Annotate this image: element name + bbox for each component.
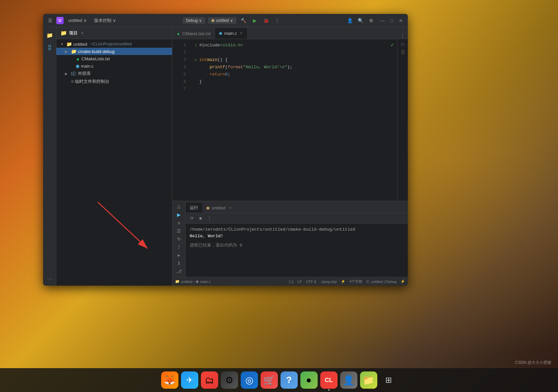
stop-btn[interactable]: ■ (197, 215, 204, 222)
bottom-share-icon[interactable]: ⤴ (174, 244, 184, 250)
tabs-more-button[interactable]: ⋮ (397, 32, 408, 39)
semicolon: ; (228, 71, 230, 78)
status-breadcrumb: 📁 untitled › ◉ main.c (175, 279, 211, 284)
bottom-tab-runtarget[interactable]: ▣ untitled ✕ (202, 203, 236, 213)
debug-button[interactable]: 🐞 (262, 16, 270, 25)
bottom-run-icon[interactable]: ▶ (174, 212, 184, 218)
terminal-output: /home/zerodots/CLionProjects/untitled/cm… (186, 224, 408, 277)
settings-icon[interactable]: ⚙ (367, 16, 375, 25)
ext-libs-arrow: ▶ (65, 72, 70, 76)
status-breadcrumb-icon2: ◉ (196, 279, 199, 284)
bottom-panel: ⚠ ▶ ≡ ☰ ↻ ⤴ ▸ ℹ ⎇ 运行 ▣ (172, 201, 408, 277)
bottom-warning-icon[interactable]: ⚠ (174, 204, 184, 210)
status-breadcrumb-project[interactable]: untitled (181, 280, 192, 284)
sidebar-icon-plugins[interactable]: ⣿ (44, 42, 55, 52)
status-position[interactable]: 1:1 (289, 280, 294, 284)
db-icon[interactable]: 🗄 (401, 50, 405, 55)
run-target-tab-close[interactable]: ✕ (229, 206, 232, 210)
bottom-info-icon[interactable]: ℹ (174, 260, 184, 266)
debug-config-arrow: ∨ (199, 18, 202, 23)
terminal-path: /home/zerodots/CLionProjects/untitled/cm… (190, 226, 404, 233)
cmake-tab-label: CMakeLists.txt (182, 31, 211, 36)
clion-active-dot (328, 389, 330, 391)
settings-glyph: ⚙ (225, 375, 233, 386)
status-power-icon[interactable]: ⚡ (401, 279, 405, 284)
taskbar-icon-grid[interactable]: ⊞ (380, 371, 397, 389)
taskbar-icon-folder[interactable]: 📁 (360, 371, 377, 389)
close-button[interactable]: ✕ (397, 16, 405, 25)
bottom-cycle-icon[interactable]: ↻ (174, 236, 184, 242)
tree-item-cmakelists[interactable]: ▲ CMakeLists.txt (56, 55, 172, 62)
taskbar-icon-chrome[interactable]: ● (300, 371, 318, 389)
taskbar-icon-files[interactable]: 🗂 (201, 371, 218, 389)
user-icon[interactable]: 👤 (345, 16, 354, 25)
run-gutter-3[interactable]: ▷ (193, 56, 199, 64)
bottom-terminal-icon[interactable]: ▸ (174, 252, 184, 258)
taskbar-icon-settings[interactable]: ⚙ (221, 371, 238, 389)
status-linter[interactable]: .clang-tidy (320, 280, 337, 284)
project-dropdown[interactable]: untitled ∨ (66, 17, 90, 24)
grid-glyph: ⊞ (385, 375, 392, 385)
paren-open: ( (225, 64, 228, 71)
taskbar-icon-firefox[interactable]: 🦊 (161, 371, 178, 389)
temp-files-label: 临时文件和控制台 (75, 79, 109, 84)
brace-close: } (199, 78, 202, 85)
vcs-dropdown[interactable]: 版本控制 ∨ (92, 17, 119, 24)
bottom-tabs: 运行 ▣ untitled ✕ (186, 201, 408, 213)
c-tab-close[interactable]: ✕ (239, 31, 243, 35)
tree-item-root[interactable]: ▼ 📁 untitled ~/CLionProjects/untitled (56, 40, 172, 48)
run-target-selector[interactable]: ▣ untitled ∨ (208, 17, 236, 24)
tree-item-temp-files[interactable]: ≡ 临时文件和控制台 (56, 78, 172, 85)
file-tree-dropdown-arrow[interactable]: ∨ (81, 31, 84, 35)
menu-icon[interactable]: ☰ (46, 16, 54, 25)
cursor-marker: │ (193, 42, 199, 49)
run-button[interactable]: ▶ (250, 16, 259, 25)
tree-item-cmake-build-debug[interactable]: ▶ 📁 cmake-build-debug (56, 48, 172, 55)
search-icon[interactable]: 🔍 (356, 16, 365, 25)
build-icon[interactable]: 🔨 (239, 16, 248, 25)
taskbar-icon-user[interactable]: 👤 (340, 371, 357, 389)
status-indent[interactable]: 4个空格 (349, 279, 362, 284)
check-mark: ✓ (390, 42, 395, 48)
code-editor[interactable]: 1 2 3 4 5 6 7 │ #include <stdio.h> (172, 39, 408, 201)
cmake-file-icon: ▲ (76, 56, 80, 61)
taskbar-icon-clion[interactable]: CL (320, 371, 338, 389)
restart-btn[interactable]: ⟳ (188, 215, 196, 222)
status-encoding[interactable]: UTF-8 (306, 280, 316, 284)
status-line-ending[interactable]: LF (298, 280, 302, 284)
debug-config-selector[interactable]: Debug ∨ (183, 17, 205, 24)
taskbar-icon-telegram[interactable]: ✈ (181, 371, 198, 389)
app-icon: U (56, 17, 64, 24)
tree-item-external-libs[interactable]: ▶ 🎼 外部库 (56, 70, 172, 78)
taskbar-icon-discover[interactable]: ◎ (241, 371, 258, 389)
bottom-align-icon[interactable]: ≡ (174, 220, 184, 226)
editor-tabs: ▲ CMakeLists.txt ◉ main.c ✕ ⋮ (172, 27, 408, 39)
paren: () { (217, 56, 228, 64)
ai-icon[interactable]: ⟳ (401, 42, 405, 47)
taskbar-icon-help[interactable]: ? (280, 371, 298, 389)
tree-item-mainc[interactable]: ◉ main.c (56, 62, 172, 70)
c-file-icon: ◉ (76, 63, 80, 69)
sidebar-icon-more[interactable]: … (44, 272, 55, 283)
maximize-button[interactable]: □ (387, 16, 396, 25)
tab-mainc[interactable]: ◉ main.c ✕ (215, 28, 248, 39)
more-btn[interactable]: ⋮ (206, 215, 213, 222)
code-content[interactable]: │ #include <stdio.h> ▷ int main () { (187, 39, 397, 201)
root-path: ~/CLionProjects/untitled (89, 42, 132, 46)
tab-cmakelists[interactable]: ▲ CMakeLists.txt (172, 28, 215, 39)
root-arrow: ▼ (60, 42, 65, 46)
bottom-list-icon[interactable]: ☰ (174, 228, 184, 234)
taskbar-icon-store[interactable]: 🛒 (261, 371, 278, 389)
more-actions-button[interactable]: ⋮ (273, 16, 281, 25)
code-line-6: } (193, 78, 397, 85)
kw-return: return (210, 71, 225, 78)
status-breadcrumb-sep: › (193, 280, 195, 284)
minimize-button[interactable]: — (378, 16, 387, 25)
format-kw: format (228, 64, 243, 71)
status-bar: 📁 untitled › ◉ main.c 1:1 LF UTF-8 .clan… (172, 277, 408, 286)
bottom-tab-run[interactable]: 运行 (186, 203, 202, 213)
bottom-git-icon[interactable]: ⎇ (174, 268, 184, 274)
sidebar-icon-folder[interactable]: 📁 (44, 30, 55, 40)
status-context[interactable]: C: untitled | Debug (366, 280, 397, 284)
status-breadcrumb-file[interactable]: main.c (200, 280, 211, 284)
